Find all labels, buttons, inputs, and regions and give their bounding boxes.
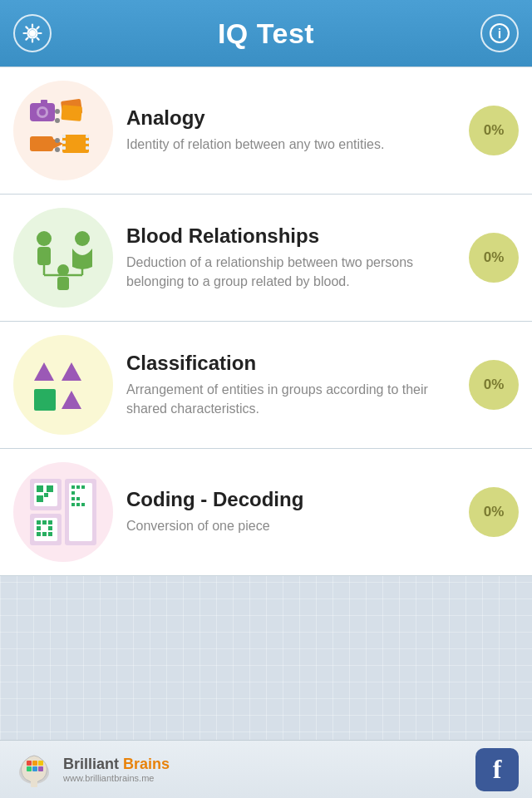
brain-icon <box>13 749 55 791</box>
svg-rect-69 <box>38 766 43 771</box>
svg-rect-45 <box>42 520 47 525</box>
gear-icon <box>22 22 43 44</box>
blood-icon <box>26 220 101 295</box>
svg-rect-66 <box>38 761 43 766</box>
svg-rect-48 <box>48 526 52 530</box>
coding-title: Coding - Decoding <box>126 488 459 511</box>
svg-rect-57 <box>71 491 75 495</box>
classification-title: Classification <box>126 352 459 375</box>
svg-rect-38 <box>37 485 43 492</box>
svg-point-22 <box>55 147 60 152</box>
brand-name: Brilliant Brains <box>63 756 170 773</box>
svg-rect-39 <box>47 485 53 492</box>
list-item[interactable]: Classification Arrangement of entities i… <box>0 322 532 449</box>
svg-rect-16 <box>62 140 66 144</box>
svg-marker-33 <box>62 362 81 381</box>
classification-desc: Arrangement of entities in groups accord… <box>126 380 459 418</box>
classification-progress: 0% <box>469 360 519 410</box>
blood-desc: Deduction of a relationship between two … <box>126 253 459 291</box>
list-item[interactable]: Coding - Decoding Conversion of one piec… <box>0 449 532 576</box>
classification-icon <box>26 347 101 422</box>
classification-text: Classification Arrangement of entities i… <box>126 352 469 418</box>
list-item[interactable]: Analogy Identity of relation between any… <box>0 66 532 195</box>
svg-rect-70 <box>31 781 37 787</box>
brand-brilliant: Brilliant <box>63 756 119 772</box>
svg-rect-19 <box>86 140 89 144</box>
svg-rect-61 <box>76 503 80 506</box>
brand-logo: Brilliant Brains www.brilliantbrains.me <box>13 749 170 791</box>
svg-rect-50 <box>42 532 47 536</box>
svg-point-6 <box>39 109 46 116</box>
svg-marker-35 <box>62 391 81 409</box>
app-header: IQ Test i <box>0 0 532 66</box>
coding-desc: Conversion of one piece <box>126 516 459 535</box>
svg-rect-58 <box>71 497 75 500</box>
brand-url: www.brilliantbrains.me <box>63 773 170 783</box>
svg-rect-68 <box>32 766 37 771</box>
blood-text: Blood Relationships Deduction of a relat… <box>126 224 469 291</box>
svg-rect-67 <box>27 766 32 771</box>
svg-rect-14 <box>62 135 89 153</box>
brand-brains: Brains <box>119 756 170 772</box>
svg-point-0 <box>29 30 36 37</box>
svg-rect-24 <box>37 247 51 265</box>
blood-progress: 0% <box>469 233 519 283</box>
svg-rect-41 <box>44 493 48 497</box>
svg-rect-20 <box>86 146 89 150</box>
svg-rect-27 <box>57 277 69 290</box>
coding-text: Coding - Decoding Conversion of one piec… <box>126 488 469 535</box>
svg-rect-18 <box>86 135 89 138</box>
blood-icon-circle <box>13 208 113 308</box>
svg-rect-62 <box>81 503 85 506</box>
svg-rect-55 <box>76 485 80 489</box>
analogy-text: Analogy Identity of relation between any… <box>126 106 469 154</box>
svg-rect-7 <box>41 100 47 104</box>
classification-icon-circle <box>13 335 113 435</box>
svg-rect-44 <box>37 520 41 525</box>
svg-rect-17 <box>62 146 66 150</box>
svg-point-10 <box>55 109 60 114</box>
brand-text: Brilliant Brains www.brilliantbrains.me <box>63 756 170 783</box>
svg-point-21 <box>55 138 60 143</box>
svg-rect-15 <box>62 135 66 138</box>
coding-progress: 0% <box>469 487 519 537</box>
svg-rect-40 <box>37 495 43 502</box>
analogy-title: Analogy <box>126 106 459 130</box>
analogy-icon <box>26 93 101 168</box>
svg-rect-46 <box>48 520 52 525</box>
svg-point-23 <box>37 231 52 246</box>
coding-icon-circle <box>13 462 113 562</box>
svg-rect-47 <box>37 526 41 530</box>
svg-rect-65 <box>32 761 37 766</box>
info-icon: i <box>489 22 510 44</box>
analogy-desc: Identity of relation between any two ent… <box>126 135 459 154</box>
svg-text:i: i <box>498 27 501 41</box>
list-item[interactable]: Blood Relationships Deduction of a relat… <box>0 195 532 322</box>
page-title: IQ Test <box>218 17 314 50</box>
svg-rect-49 <box>37 532 41 536</box>
svg-point-11 <box>55 118 60 123</box>
svg-point-25 <box>75 231 90 246</box>
info-button[interactable]: i <box>480 14 519 52</box>
svg-rect-59 <box>76 497 80 500</box>
svg-rect-9 <box>61 105 81 121</box>
app-footer: Brilliant Brains www.brilliantbrains.me … <box>0 740 532 798</box>
coding-icon <box>26 475 101 549</box>
category-list: Analogy Identity of relation between any… <box>0 66 532 790</box>
svg-rect-56 <box>81 485 85 489</box>
svg-rect-34 <box>34 389 56 411</box>
svg-rect-64 <box>27 761 32 766</box>
facebook-button[interactable]: f <box>475 748 519 791</box>
svg-rect-51 <box>48 532 52 536</box>
settings-button[interactable] <box>13 14 52 52</box>
svg-rect-60 <box>71 503 75 506</box>
svg-rect-54 <box>71 485 75 489</box>
svg-marker-32 <box>34 362 54 381</box>
blood-title: Blood Relationships <box>126 224 459 248</box>
analogy-icon-circle <box>13 81 113 180</box>
analogy-progress: 0% <box>469 106 519 155</box>
svg-rect-12 <box>30 136 53 151</box>
